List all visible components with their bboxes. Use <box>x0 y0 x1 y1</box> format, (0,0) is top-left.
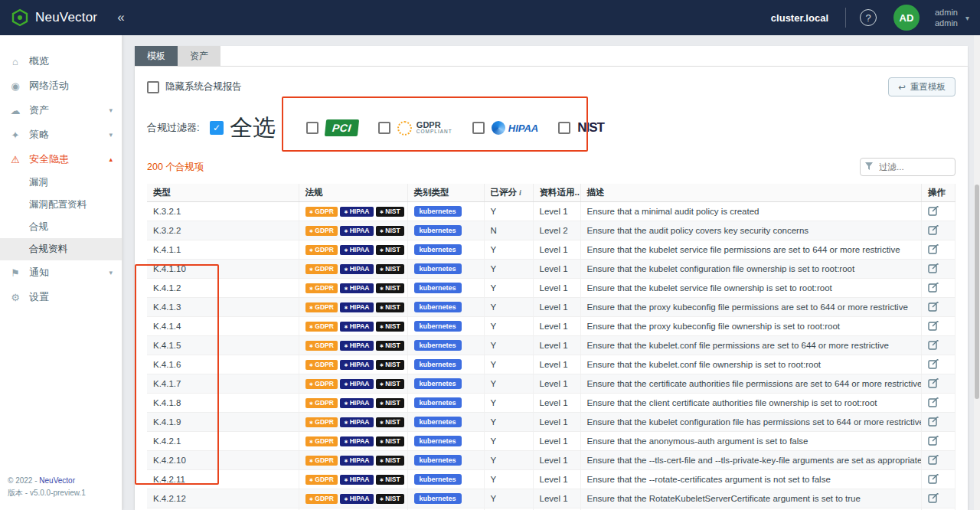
table-row[interactable]: K.3.2.1 GDPRHIPAANIST kubernetes Y Level… <box>147 202 956 221</box>
table-row[interactable]: K.4.1.5 GDPRHIPAANIST kubernetes Y Level… <box>147 336 956 355</box>
pci-checkbox[interactable] <box>306 122 318 134</box>
category-cell: kubernetes <box>407 260 484 279</box>
table-filter <box>860 158 956 176</box>
table-row[interactable]: K.4.1.8 GDPRHIPAANIST kubernetes Y Level… <box>147 394 956 413</box>
scored-cell: Y <box>484 279 533 298</box>
regulations-cell: GDPRHIPAANIST <box>299 413 407 432</box>
nist-badge: NIST <box>376 264 404 274</box>
help-icon[interactable]: ? <box>860 9 877 26</box>
sidebar-item-overview[interactable]: ⌂ 概览 <box>0 49 122 74</box>
tab-assets[interactable]: 资产 <box>178 46 220 66</box>
profile-cell: Level 1 <box>533 374 580 394</box>
col-regulations[interactable]: 法规 <box>299 184 407 202</box>
hipaa-badge: HIPAA <box>340 322 374 332</box>
type-cell: K.4.1.1 <box>147 240 299 260</box>
edit-icon[interactable] <box>928 301 939 312</box>
category-cell: kubernetes <box>407 394 484 413</box>
edit-icon[interactable] <box>928 358 939 369</box>
sidebar-item-compliance-profile[interactable]: 合规资料 <box>0 238 122 260</box>
kubernetes-badge: kubernetes <box>414 417 462 427</box>
sidebar-item-security-risks[interactable]: ⚠ 安全隐患 ▴ <box>0 147 122 172</box>
select-all-checkbox[interactable]: ✓ <box>210 121 224 135</box>
table-row[interactable]: K.4.1.9 GDPRHIPAANIST kubernetes Y Level… <box>147 413 956 432</box>
neuvector-link[interactable]: NeuVector <box>39 476 75 485</box>
description-cell: Ensure that the kubelet.conf file permis… <box>580 336 922 355</box>
regulations-cell: GDPRHIPAANIST <box>299 451 407 470</box>
sidebar-item-label: 资产 <box>29 103 101 117</box>
col-profile[interactable]: 资料适用.. <box>533 184 580 202</box>
col-scored[interactable]: 已评分i <box>484 184 533 202</box>
nist-badge: NIST <box>376 475 404 485</box>
avatar[interactable]: AD <box>893 5 920 31</box>
col-description[interactable]: 描述 <box>580 184 922 202</box>
sidebar-item-policy[interactable]: ✦ 策略 ▾ <box>0 123 122 147</box>
edit-icon[interactable] <box>928 282 939 293</box>
nist-checkbox[interactable] <box>558 122 570 134</box>
description-cell: Ensure that the kubelet configuration fi… <box>580 413 922 432</box>
hide-system-checkbox[interactable] <box>147 81 159 93</box>
hipaa-badge: HIPAA <box>340 264 374 274</box>
table-row[interactable]: K.4.1.6 GDPRHIPAANIST kubernetes Y Level… <box>147 355 956 374</box>
sidebar-item-vulnerabilities[interactable]: 漏洞 <box>0 172 122 194</box>
table-row[interactable]: K.4.1.7 GDPRHIPAANIST kubernetes Y Level… <box>147 374 956 394</box>
gdpr-sublabel: COMPLIANT <box>416 129 452 135</box>
table-row[interactable]: K.4.1.4 GDPRHIPAANIST kubernetes Y Level… <box>147 317 956 336</box>
edit-icon[interactable] <box>928 378 939 388</box>
page-scrollbar[interactable] <box>974 35 980 510</box>
category-cell: kubernetes <box>407 317 484 336</box>
category-cell: kubernetes <box>407 432 484 451</box>
edit-icon[interactable] <box>928 339 939 350</box>
edit-icon[interactable] <box>928 224 939 235</box>
table-row[interactable]: K.4.1.3 GDPRHIPAANIST kubernetes Y Level… <box>147 298 956 317</box>
reset-template-button[interactable]: ↩ 重置模板 <box>888 77 956 96</box>
actions-cell <box>922 336 956 355</box>
table-row[interactable]: K.4.2.12 GDPRHIPAANIST kubernetes Y Leve… <box>147 489 956 508</box>
col-category[interactable]: 类别类型 <box>407 184 484 202</box>
table-row[interactable]: K.4.2.10 GDPRHIPAANIST kubernetes Y Leve… <box>147 451 956 470</box>
edit-icon[interactable] <box>928 473 939 484</box>
edit-icon[interactable] <box>928 397 939 407</box>
scored-cell: Y <box>484 298 533 317</box>
profile-cell: Level 1 <box>533 470 580 489</box>
sidebar-item-network-activity[interactable]: ◉ 网络活动 <box>0 74 122 98</box>
table-row[interactable]: K.4.1.10 GDPRHIPAANIST kubernetes Y Leve… <box>147 260 956 279</box>
edit-icon[interactable] <box>928 320 939 331</box>
kubernetes-badge: kubernetes <box>414 493 462 504</box>
profile-cell: Level 1 <box>533 489 580 508</box>
table-row[interactable]: K.4.1.1 GDPRHIPAANIST kubernetes Y Level… <box>147 240 956 260</box>
sidebar-item-assets[interactable]: ☁ 资产 ▾ <box>0 98 122 123</box>
table-row[interactable]: K.4.2.11 GDPRHIPAANIST kubernetes Y Leve… <box>147 470 956 489</box>
table-filter-input[interactable] <box>860 158 956 176</box>
chevron-down-icon: ▾ <box>965 14 969 22</box>
policy-icon: ✦ <box>9 129 21 141</box>
table-row[interactable]: K.3.2.2 GDPRHIPAANIST kubernetes N Level… <box>147 221 956 240</box>
type-cell: K.4.1.10 <box>147 260 299 279</box>
edit-icon[interactable] <box>928 416 939 427</box>
sidebar-item-label: 网络活动 <box>29 79 113 93</box>
sidebar-item-vulnerability-profile[interactable]: 漏洞配置资料 <box>0 194 122 216</box>
sidebar-collapse-icon[interactable]: « <box>117 10 124 25</box>
edit-icon[interactable] <box>928 454 939 465</box>
table-row[interactable]: K.4.1.2 GDPRHIPAANIST kubernetes Y Level… <box>147 279 956 298</box>
edit-icon[interactable] <box>928 492 939 503</box>
col-type[interactable]: 类型 <box>147 184 299 202</box>
tab-template[interactable]: 模板 <box>135 46 178 66</box>
actions-cell <box>922 432 956 451</box>
hipaa-checkbox[interactable] <box>472 122 485 134</box>
gdpr-checkbox[interactable] <box>378 122 390 134</box>
hipaa-label: HIPAA <box>508 123 538 134</box>
sidebar-item-label: 通知 <box>29 266 101 280</box>
user-menu[interactable]: AD admin admin ▾ <box>893 5 969 31</box>
edit-icon[interactable] <box>928 263 939 273</box>
edit-icon[interactable] <box>928 244 939 254</box>
scrollbar-thumb[interactable] <box>975 185 979 399</box>
sidebar-item-settings[interactable]: ⚙ 设置 <box>0 285 122 309</box>
category-cell: kubernetes <box>407 202 484 221</box>
sidebar-item-notifications[interactable]: ⚑ 通知 ▾ <box>0 260 122 285</box>
kubernetes-badge: kubernetes <box>414 302 462 312</box>
sidebar-item-compliance[interactable]: 合规 <box>0 216 122 238</box>
edit-icon[interactable] <box>928 205 939 216</box>
type-cell: K.4.2.1 <box>147 432 299 451</box>
edit-icon[interactable] <box>928 435 939 446</box>
table-row[interactable]: K.4.2.1 GDPRHIPAANIST kubernetes Y Level… <box>147 432 956 451</box>
